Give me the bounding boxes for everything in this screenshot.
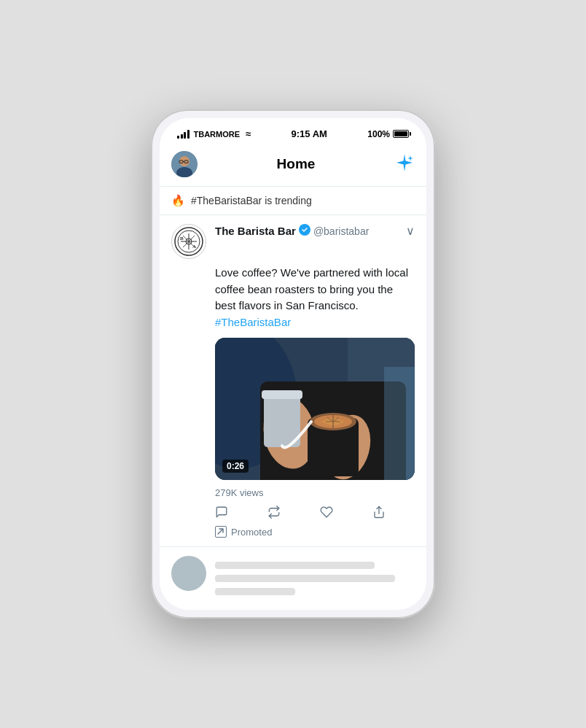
svg-text:A: A xyxy=(192,244,196,249)
tweet-author-name[interactable]: The Barista Bar xyxy=(215,225,296,237)
next-tweet-preview xyxy=(160,547,426,610)
retweet-button[interactable] xyxy=(267,506,281,519)
battery-fill xyxy=(394,131,407,136)
tweet-handle[interactable]: @baristabar xyxy=(313,225,369,237)
skeleton-line-3 xyxy=(215,588,295,595)
flame-icon: 🔥 xyxy=(171,194,185,207)
svg-rect-31 xyxy=(262,390,302,399)
tweet-author-info: The Barista Bar @baristabar ∨ xyxy=(215,224,415,238)
trending-text: #TheBaristaBar is trending xyxy=(191,195,312,206)
wifi-icon: ≈ xyxy=(246,128,251,139)
video-duration: 0:26 xyxy=(222,460,249,473)
status-left: TBARMORE ≈ xyxy=(177,128,251,139)
tweet-card: B A The Barista Ba xyxy=(160,215,426,547)
tweet-hashtag[interactable]: #TheBaristaBar xyxy=(215,316,291,328)
svg-text:B: B xyxy=(180,236,184,241)
status-bar: TBARMORE ≈ 9:15 AM 100% xyxy=(160,118,426,145)
tweet-author-row: The Barista Bar @baristabar ∨ xyxy=(215,224,415,238)
promoted-row: Promoted xyxy=(215,526,415,546)
coffee-image xyxy=(215,338,415,480)
tweet-body: Love coffee? We've partnered with local … xyxy=(215,265,415,330)
video-container[interactable]: 0:26 xyxy=(215,338,415,480)
comment-button[interactable] xyxy=(215,506,228,519)
app-header: Home xyxy=(160,145,426,187)
trending-bar[interactable]: 🔥 #TheBaristaBar is trending xyxy=(160,187,426,215)
phone-screen: TBARMORE ≈ 9:15 AM 100% xyxy=(160,118,426,610)
verified-badge-icon xyxy=(299,224,310,238)
next-tweet-lines xyxy=(215,556,415,601)
barista-bar-logo: B A xyxy=(173,226,204,257)
skeleton-line-2 xyxy=(215,575,395,582)
share-button[interactable] xyxy=(372,506,386,519)
signal-bars-icon xyxy=(177,130,190,139)
phone-frame: TBARMORE ≈ 9:15 AM 100% xyxy=(151,109,435,619)
promoted-label: Promoted xyxy=(231,527,272,538)
user-avatar[interactable] xyxy=(171,151,198,177)
tweet-text: Love coffee? We've partnered with local … xyxy=(215,265,415,330)
promoted-icon xyxy=(215,526,227,538)
like-button[interactable] xyxy=(320,506,333,519)
tweet-views: 279K views xyxy=(215,487,415,498)
tweet-header: B A The Barista Ba xyxy=(171,224,415,259)
chevron-down-icon[interactable]: ∨ xyxy=(406,224,415,238)
tweet-avatar[interactable]: B A xyxy=(171,224,206,259)
avatar-image xyxy=(171,151,198,177)
status-right: 100% xyxy=(367,129,409,139)
time-label: 9:15 AM xyxy=(292,128,327,139)
next-tweet-avatar xyxy=(171,556,206,591)
skeleton-line-1 xyxy=(215,562,375,569)
sparkle-icon[interactable] xyxy=(394,152,415,176)
carrier-label: TBARMORE xyxy=(194,130,241,139)
svg-rect-32 xyxy=(384,367,415,480)
coffee-scene xyxy=(215,338,415,480)
tweet-actions xyxy=(215,506,415,526)
battery-percentage: 100% xyxy=(367,129,390,139)
battery-icon xyxy=(393,130,409,138)
home-title: Home xyxy=(277,156,316,172)
